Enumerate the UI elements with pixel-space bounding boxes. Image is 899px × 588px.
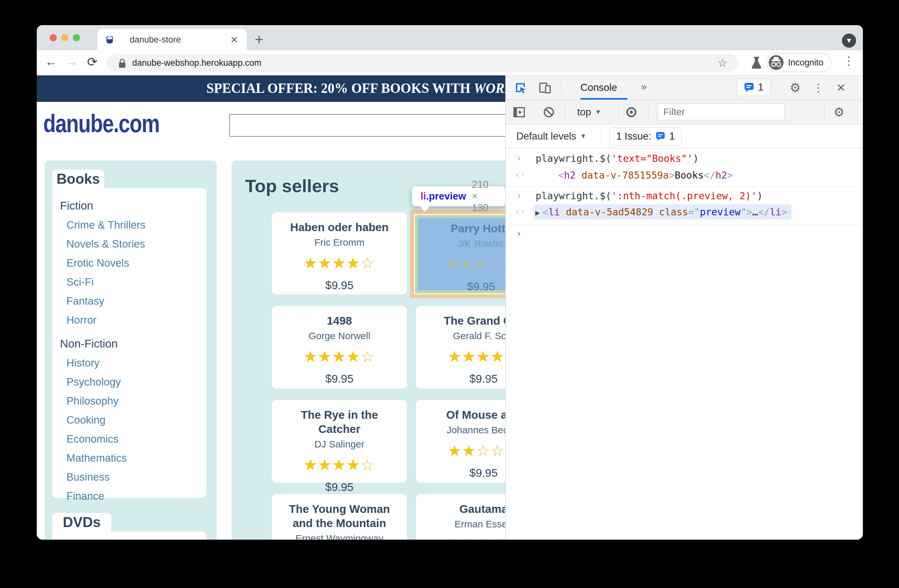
devtools-settings-icon[interactable]: ⚙ [788, 80, 802, 95]
issues-counter[interactable]: 1 Issue: 1 [609, 127, 682, 145]
category-link[interactable]: Philosophy [66, 395, 206, 407]
product-card[interactable]: The Rye in the CatcherDJ Salinger★★★★☆$9… [272, 400, 407, 483]
reload-button[interactable]: ⟳ [85, 55, 100, 69]
category-link[interactable]: Fantasy [66, 295, 206, 307]
inspect-overlay-tooltip: li.preview 210 × 130 [412, 186, 505, 206]
product-card[interactable]: Of Mouse andJohannes Beckst★★☆☆☆$9.95 [416, 400, 505, 483]
log-levels-dropdown[interactable]: Default levels▼ [516, 124, 587, 148]
inspect-element-icon[interactable] [513, 80, 528, 95]
tooltip-dimensions: 210 × 130 [472, 179, 497, 214]
page-viewport: SPECIAL OFFER: 20% OFF BOOKS WITH WORDS … [37, 76, 505, 540]
category-link[interactable]: Cooking [66, 414, 206, 426]
product-title: The Grand Gro [437, 314, 505, 328]
category-section-label: Non-Fiction [60, 337, 206, 350]
category-link[interactable]: Novels & Stories [66, 238, 206, 250]
browser-menu-icon[interactable]: ⋮ [843, 54, 854, 68]
incognito-badge[interactable]: Incognito [766, 53, 831, 72]
product-card[interactable]: Parry HotteJ/K Rowlin'★★★☆☆$9.95 [418, 218, 505, 290]
product-card[interactable]: The Young Woman and the MountainErnest W… [272, 494, 407, 540]
tab-strip: danube-store ✕ + ▼ [37, 25, 863, 50]
tab-console[interactable]: Console [581, 76, 617, 100]
close-window-button[interactable] [49, 34, 57, 41]
clear-console-icon[interactable] [542, 105, 556, 119]
highlighted-node[interactable]: ▶<li data-v-5ad54829 class="preview">…</… [533, 204, 792, 219]
star-rating: ★★★★☆ [304, 457, 375, 472]
category-link[interactable]: Sci-Fi [66, 276, 206, 288]
incognito-icon [769, 55, 783, 70]
star-rating: ★★★★☆ [448, 537, 505, 540]
star-rating: ★★★★☆ [304, 349, 375, 364]
product-author: DJ Salinger [314, 439, 365, 450]
star-rating: ★★★☆☆ [445, 257, 505, 272]
product-title: Gautama [453, 502, 505, 516]
dvds-section-tab[interactable]: DVDs [52, 513, 111, 532]
experiments-flask-icon[interactable] [750, 56, 763, 70]
product-price: $9.95 [325, 279, 354, 292]
execution-context-selector[interactable]: top▼ [577, 100, 601, 124]
product-price: $9.95 [470, 372, 498, 385]
promo-banner: SPECIAL OFFER: 20% OFF BOOKS WITH WORDS … [37, 76, 505, 102]
product-author: Fric Eromm [314, 237, 365, 248]
product-author: Johannes Beckst [446, 424, 505, 435]
browser-window: danube-store ✕ + ▼ ← → ⟳ danube-webshop.… [37, 25, 863, 540]
product-price: $9.95 [467, 280, 495, 293]
product-card[interactable]: 1498Gorge Norwell★★★★☆$9.95 [272, 306, 407, 389]
product-card[interactable]: GautamaErman Essen★★★★☆ [416, 494, 505, 540]
product-price: $9.95 [325, 481, 354, 494]
console-tab-underline [581, 98, 627, 100]
search-input[interactable] [229, 114, 505, 137]
console-sidebar-toggle-icon[interactable] [512, 105, 526, 119]
tab-title: danube-store [130, 35, 181, 45]
expand-triangle-icon[interactable]: ▶ [535, 208, 540, 217]
messages-count-button[interactable]: 1 [737, 79, 771, 96]
desktop: { "browser": { "tab_title": "danube-stor… [0, 0, 899, 588]
product-price: $9.95 [470, 466, 498, 479]
minimize-window-button[interactable] [61, 34, 68, 41]
category-link[interactable]: Finance [66, 490, 206, 502]
lock-icon [118, 59, 127, 68]
device-toolbar-icon[interactable] [538, 80, 552, 95]
more-tabs-icon[interactable]: » [641, 80, 647, 93]
category-link[interactable]: Erotic Novels [66, 257, 206, 269]
promo-banner-text: SPECIAL OFFER: 20% OFF BOOKS WITH WORDS … [206, 76, 505, 101]
product-title: Of Mouse and [440, 408, 505, 422]
bookmark-star-icon[interactable]: ☆ [718, 56, 728, 69]
category-link[interactable]: Psychology [66, 376, 206, 388]
product-title: The Rye in the Catcher [272, 408, 407, 436]
browser-tab[interactable]: danube-store ✕ [97, 29, 247, 50]
url-text: danube-webshop.herokuapp.com [132, 58, 261, 68]
incognito-label: Incognito [788, 58, 823, 68]
product-card[interactable]: Haben oder habenFric Eromm★★★★☆$9.95 [272, 213, 407, 294]
zoom-window-button[interactable] [73, 34, 80, 41]
address-bar[interactable]: danube-webshop.herokuapp.com ☆ [107, 54, 738, 72]
category-section-label: Fiction [60, 199, 206, 212]
back-button[interactable]: ← [43, 55, 59, 69]
category-link[interactable]: Business [66, 471, 206, 483]
tab-search-button[interactable]: ▼ [842, 34, 856, 48]
site-logo[interactable]: danube.com [43, 109, 159, 138]
category-sidebar: Books FictionCrime & ThrillersNovels & S… [45, 161, 217, 540]
product-card[interactable]: The Grand GroGerald F. Scot★★★★★$9.95 [416, 306, 505, 389]
books-category-card: FictionCrime & ThrillersNovels & Stories… [52, 188, 206, 498]
dvds-category-card: Fiction [52, 532, 206, 540]
devtools-menu-icon[interactable]: ⋮ [811, 80, 825, 95]
product-author: Erman Essen [454, 519, 505, 529]
books-section-tab[interactable]: Books [52, 170, 104, 188]
product-author: Ernest Waymingway [295, 533, 383, 540]
new-tab-button[interactable]: + [255, 30, 263, 49]
console-toolbar: top▼ ⚙ [506, 100, 863, 124]
category-link[interactable]: History [66, 357, 206, 369]
console-filter-input[interactable] [658, 103, 785, 120]
category-link[interactable]: Horror [66, 314, 206, 326]
console-levels-bar: Default levels▼ 1 Issue: 1 [506, 124, 863, 148]
live-expression-eye-icon[interactable] [624, 105, 638, 119]
tab-close-icon[interactable]: ✕ [230, 34, 238, 45]
devtools-close-icon[interactable]: ✕ [834, 80, 848, 95]
category-link[interactable]: Mathematics [66, 452, 206, 464]
devtools-main-toolbar: Console » 1 ⚙ ⋮ ✕ [506, 76, 863, 100]
category-link[interactable]: Economics [66, 433, 206, 445]
forward-button[interactable]: → [64, 55, 79, 69]
category-link[interactable]: Crime & Thrillers [66, 219, 206, 231]
issue-bubble-icon [655, 131, 666, 142]
console-settings-icon[interactable]: ⚙ [832, 105, 846, 119]
